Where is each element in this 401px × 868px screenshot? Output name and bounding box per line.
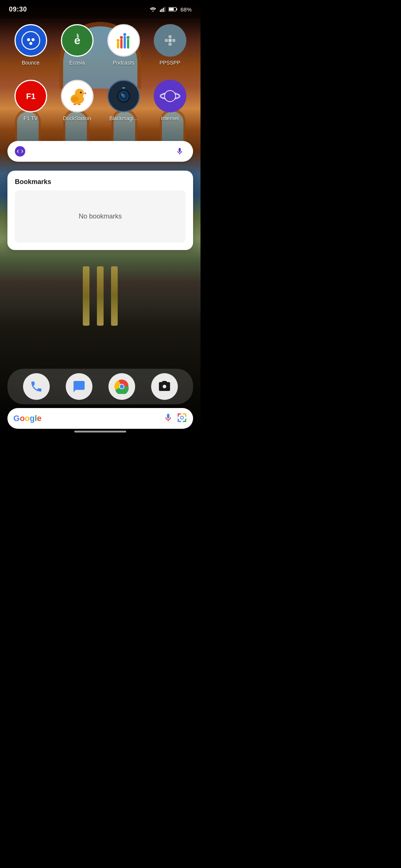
home-bar — [74, 431, 126, 433]
bookmarks-empty-message: No bookmarks — [79, 213, 122, 220]
svg-point-33 — [81, 92, 82, 92]
internet-label: Internet — [161, 115, 179, 121]
svg-point-48 — [18, 149, 22, 154]
svg-point-53 — [180, 416, 183, 419]
app-duckstation[interactable]: DuckStation — [59, 80, 96, 121]
status-icons: 68% — [149, 6, 192, 13]
bounce-label: Bounce — [22, 60, 39, 66]
app-f1tv[interactable]: F1 F1 TV — [12, 80, 49, 121]
svg-point-40 — [121, 93, 123, 96]
svg-point-9 — [27, 38, 30, 41]
svg-rect-14 — [117, 42, 119, 49]
status-time: 09:30 — [9, 6, 27, 13]
dock-camera[interactable] — [151, 373, 178, 400]
opera-search-bar[interactable] — [7, 141, 193, 162]
opera-logo — [15, 146, 25, 157]
app-ppsspp[interactable]: PPSSPP — [151, 24, 189, 66]
svg-rect-26 — [172, 39, 175, 42]
bounce-icon — [14, 24, 47, 57]
svg-point-45 — [165, 91, 175, 101]
svg-rect-41 — [122, 87, 125, 89]
duckstation-icon — [61, 80, 94, 112]
svg-point-32 — [80, 92, 82, 93]
svg-point-31 — [75, 89, 84, 98]
ecosia-icon: e — [61, 24, 94, 57]
svg-rect-16 — [124, 36, 126, 49]
bookmarks-title: Bookmarks — [15, 178, 186, 186]
app-row-2: F1 F1 TV DuckStation — [0, 80, 200, 121]
voice-search-button[interactable] — [174, 145, 186, 157]
svg-rect-23 — [169, 35, 172, 38]
internet-icon — [154, 80, 186, 112]
battery-icon — [169, 6, 177, 12]
dock — [7, 369, 193, 404]
ppsspp-label: PPSSPP — [159, 60, 180, 66]
google-mic-button[interactable] — [163, 413, 173, 424]
f1tv-label: F1 TV — [24, 115, 38, 121]
svg-point-20 — [123, 33, 126, 36]
f1tv-icon: F1 — [14, 80, 47, 112]
blackmagic-icon — [107, 80, 140, 112]
svg-rect-1 — [162, 9, 163, 12]
google-actions — [163, 412, 187, 424]
app-podcasts[interactable]: Podcasts — [105, 24, 142, 66]
battery-percentage: 68% — [180, 6, 192, 13]
blackmagic-label: Blackmagi... — [109, 115, 137, 121]
svg-rect-5 — [176, 9, 177, 10]
status-bar: 09:30 68% — [0, 0, 200, 19]
app-row-1: Bounce e Ecosia — [0, 24, 200, 66]
svg-point-19 — [120, 36, 123, 39]
svg-point-52 — [177, 413, 186, 422]
svg-point-10 — [32, 38, 35, 41]
svg-point-21 — [127, 36, 130, 39]
svg-rect-15 — [120, 39, 123, 49]
google-lens-button[interactable] — [177, 412, 187, 424]
google-search-bar[interactable]: Google — [7, 408, 193, 429]
podcasts-icon — [107, 24, 140, 57]
duckstation-label: DuckStation — [63, 115, 91, 121]
svg-rect-2 — [163, 8, 164, 12]
svg-rect-6 — [169, 8, 174, 10]
wifi-icon — [149, 6, 157, 12]
app-bounce[interactable]: Bounce — [12, 24, 49, 66]
podcasts-label: Podcasts — [113, 60, 134, 66]
svg-point-11 — [29, 42, 32, 45]
app-internet[interactable]: Internet — [151, 80, 189, 121]
google-logo: Google — [13, 414, 42, 423]
ecosia-label: Ecosia — [69, 60, 85, 66]
svg-rect-17 — [127, 39, 129, 49]
dock-chrome[interactable] — [108, 373, 135, 400]
svg-text:F1: F1 — [26, 92, 36, 101]
app-ecosia[interactable]: e Ecosia — [59, 24, 96, 66]
app-blackmagic[interactable]: Blackmagi... — [105, 80, 142, 121]
signal-icon — [160, 6, 166, 12]
svg-rect-3 — [164, 7, 166, 12]
svg-point-51 — [120, 385, 124, 389]
svg-point-7 — [20, 30, 41, 51]
svg-rect-24 — [169, 43, 172, 46]
svg-rect-0 — [160, 10, 161, 12]
svg-point-18 — [117, 39, 120, 42]
dock-messages[interactable] — [66, 373, 92, 400]
bookmarks-empty-state: No bookmarks — [15, 190, 186, 243]
svg-rect-25 — [165, 39, 168, 42]
ppsspp-icon — [154, 24, 186, 57]
dock-phone[interactable] — [23, 373, 50, 400]
bookmarks-widget: Bookmarks No bookmarks — [7, 171, 193, 250]
svg-rect-27 — [169, 39, 172, 42]
